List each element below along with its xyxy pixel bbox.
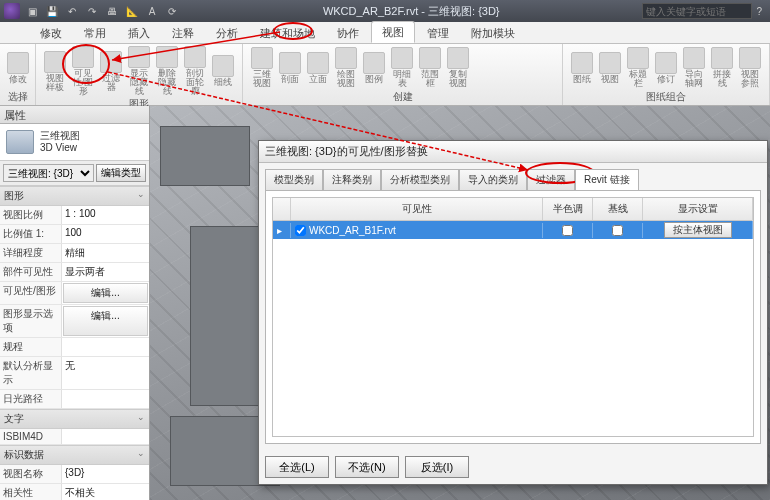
ribbon-label-sheet: 图纸组合 [569,89,763,104]
tab-modify[interactable]: 修改 [30,23,72,43]
ribbon-button[interactable]: 范围框 [417,47,443,88]
ribbon-button[interactable]: 拼接线 [709,47,735,88]
help-icon[interactable]: ? [756,6,762,17]
tab-insert[interactable]: 插入 [118,23,160,43]
tab-collab[interactable]: 协作 [327,23,369,43]
tab-home[interactable]: 常用 [74,23,116,43]
ribbon-button[interactable]: 图例 [361,52,387,84]
prop-row[interactable]: 可见性/图形编辑... [0,282,149,305]
measure-icon[interactable]: 📐 [124,3,140,19]
ribbon-button[interactable]: 细线 [210,55,236,87]
link-visibility-checkbox[interactable] [295,225,306,236]
tab-analyze[interactable]: 分析 [206,23,248,43]
properties-header: 属性 [0,106,149,124]
ribbon-button[interactable]: 删除隐藏线 [154,46,180,96]
col-display: 显示设置 [643,198,753,220]
prop-row[interactable]: 相关性不相关 [0,484,149,500]
view-type-icon [6,130,34,154]
undo-icon[interactable]: ↶ [64,3,80,19]
dlg-tab-analytical[interactable]: 分析模型类别 [381,169,459,190]
ribbon-button[interactable]: 三维视图 [249,47,275,88]
dlg-tab-imported[interactable]: 导入的类别 [459,169,527,190]
ribbon-button[interactable]: 绘图视图 [333,47,359,88]
ribbon-button[interactable]: 视图 [597,52,623,84]
prop-row[interactable]: 视图名称{3D} [0,465,149,484]
display-settings-button[interactable]: 按主体视图 [664,222,732,238]
ribbon-button[interactable]: 明细表 [389,47,415,88]
ribbon-button[interactable]: 显示隐藏线 [126,46,152,96]
dlg-tab-revit-links[interactable]: Revit 链接 [575,169,639,190]
prop-row[interactable]: 视图比例1 : 100 [0,206,149,225]
ribbon-group-graphics: 视图样板可见性/图形过滤器显示隐藏线删除隐藏线剖切面轮廓细线 图形 [36,44,243,105]
redo-icon[interactable]: ↷ [84,3,100,19]
ribbon-button[interactable]: 剖面 [277,52,303,84]
prop-row[interactable]: 默认分析显示无 [0,357,149,390]
ribbon-button[interactable]: 图纸 [569,52,595,84]
col-visibility: 可见性 [291,198,543,220]
tab-manage[interactable]: 管理 [417,23,459,43]
dialog-body: 可见性 半色调 基线 显示设置 ▸ WKCD_AR_B1F.rvt 按主体视图 [265,190,761,444]
ribbon-button[interactable]: 剖切面轮廓 [182,46,208,96]
invert-button[interactable]: 反选(I) [405,456,469,478]
ribbon: 修改 选择 视图样板可见性/图形过滤器显示隐藏线删除隐藏线剖切面轮廓细线 图形 … [0,44,770,106]
ribbon-button[interactable]: 视图参照 [737,47,763,88]
dialog-tabs: 模型类别 注释类别 分析模型类别 导入的类别 过滤器 Revit 链接 [259,163,767,190]
titlebar: ▣ 💾 ↶ ↷ 🖶 📐 A ⟳ WKCD_AR_B2F.rvt - 三维视图: … [0,0,770,22]
ribbon-button[interactable]: 立面 [305,52,331,84]
dlg-tab-annot[interactable]: 注释类别 [323,169,381,190]
ribbon-button[interactable]: 标题栏 [625,47,651,88]
properties-grid[interactable]: 图形⌄视图比例1 : 100比例值 1:100详细程度精细部件可见性显示两者可见… [0,186,149,500]
view-selector[interactable]: 三维视图: {3D} [3,164,94,182]
prop-row[interactable]: 部件可见性显示两者 [0,263,149,282]
prop-row[interactable]: 日光路径 [0,390,149,409]
prop-row[interactable]: 比例值 1:100 [0,225,149,244]
ribbon-button[interactable]: 修订 [653,52,679,84]
prop-section-header[interactable]: 标识数据⌄ [0,445,149,465]
ribbon-group-sheet: 图纸视图标题栏修订导向轴网拼接线视图参照 图纸组合 [563,44,770,105]
link-name: WKCD_AR_B1F.rvt [309,225,396,236]
ribbon-button[interactable]: 可见性/图形 [70,46,96,96]
expand-icon[interactable]: ▸ [277,225,282,236]
tab-annotate[interactable]: 注释 [162,23,204,43]
menubar: 修改 常用 插入 注释 分析 建筑和场地 协作 视图 管理 附加模块 [0,22,770,44]
save-icon[interactable]: 💾 [44,3,60,19]
open-icon[interactable]: ▣ [24,3,40,19]
modify-button[interactable]: 修改 [6,52,29,84]
edit-type-button[interactable]: 编辑类型 [96,164,146,182]
ribbon-label-select: 选择 [6,89,29,104]
properties-type[interactable]: 三维视图3D View [0,124,149,161]
sync-icon[interactable]: ⟳ [164,3,180,19]
dialog-footer: 全选(L) 不选(N) 反选(I) [259,450,767,484]
ribbon-group-select: 修改 选择 [0,44,36,105]
dlg-tab-model[interactable]: 模型类别 [265,169,323,190]
prop-row[interactable]: 详细程度精细 [0,244,149,263]
text-icon[interactable]: A [144,3,160,19]
col-underlay: 基线 [593,198,643,220]
document-title: WKCD_AR_B2F.rvt - 三维视图: {3D} [180,4,642,19]
prop-section-header[interactable]: 文字⌄ [0,409,149,429]
tab-view[interactable]: 视图 [371,21,415,43]
select-none-button[interactable]: 不选(N) [335,456,399,478]
table-header: 可见性 半色调 基线 显示设置 [273,198,753,221]
visibility-dialog: 三维视图: {3D}的可见性/图形替换 模型类别 注释类别 分析模型类别 导入的… [258,140,768,485]
ribbon-button[interactable]: 视图样板 [42,51,68,92]
prop-row[interactable]: 规程 [0,338,149,357]
table-row[interactable]: ▸ WKCD_AR_B1F.rvt 按主体视图 [273,221,753,239]
halftone-checkbox[interactable] [562,225,573,236]
print-icon[interactable]: 🖶 [104,3,120,19]
dlg-tab-filters[interactable]: 过滤器 [527,169,575,190]
prop-row[interactable]: ISBIM4D [0,429,149,445]
ribbon-button[interactable]: 导向轴网 [681,47,707,88]
select-all-button[interactable]: 全选(L) [265,456,329,478]
ribbon-button[interactable]: 过滤器 [98,51,124,92]
tab-addins[interactable]: 附加模块 [461,23,525,43]
search-input[interactable] [642,3,752,19]
links-table: 可见性 半色调 基线 显示设置 ▸ WKCD_AR_B1F.rvt 按主体视图 [272,197,754,437]
dialog-title: 三维视图: {3D}的可见性/图形替换 [259,141,767,163]
prop-section-header[interactable]: 图形⌄ [0,186,149,206]
tab-site[interactable]: 建筑和场地 [250,23,325,43]
prop-row[interactable]: 图形显示选项编辑... [0,305,149,338]
underlay-checkbox[interactable] [612,225,623,236]
ribbon-button[interactable]: 复制视图 [445,47,471,88]
app-logo-icon [4,3,20,19]
